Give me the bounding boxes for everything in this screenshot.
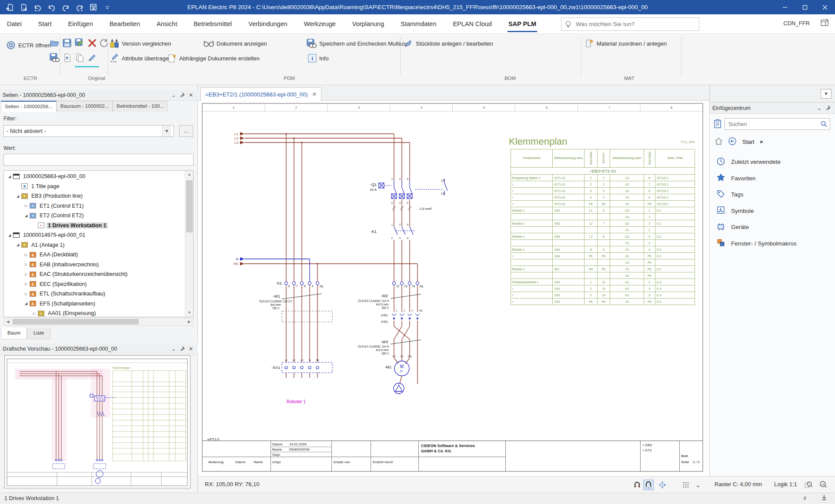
tab-close-icon[interactable]: ✕ bbox=[312, 91, 317, 97]
tree-item[interactable]: ▷&ETL (Schaltschrankaufbau) bbox=[4, 289, 185, 299]
delete-icon[interactable] bbox=[87, 37, 98, 49]
redo-step-icon[interactable] bbox=[75, 3, 84, 12]
save-checkin-multiuser-button[interactable]: Speichern und Einchecken Multiuser bbox=[306, 37, 411, 50]
window-list-dropdown-icon[interactable]: ▼ bbox=[821, 89, 832, 99]
save-as-icon[interactable] bbox=[74, 37, 85, 49]
menu-item[interactable]: Verbindungen bbox=[247, 16, 288, 32]
tree-item[interactable]: ▷&EEC (Spezifikation) bbox=[4, 279, 185, 289]
insert-center-item[interactable]: Fenster- / Symbolmakros bbox=[710, 235, 835, 252]
undo-icon[interactable] bbox=[47, 3, 57, 12]
menu-item[interactable]: Betriebsmittel bbox=[193, 16, 233, 32]
tree-item[interactable]: ◢=A1 (Anlage 1) bbox=[4, 240, 185, 250]
tree-vertical-scrollbar[interactable]: ▲ ▼ bbox=[185, 171, 193, 317]
menu-item[interactable]: Datei bbox=[6, 16, 23, 32]
minimize-button[interactable] bbox=[775, 0, 795, 14]
tree-item[interactable]: ◢+ET2 (Control ET2) bbox=[4, 211, 185, 221]
menu-item[interactable]: SAP PLM bbox=[508, 16, 537, 32]
zoom-window-icon[interactable] bbox=[803, 480, 814, 490]
insert-center-item[interactable]: Tags bbox=[710, 186, 835, 203]
insert-search-input[interactable] bbox=[728, 121, 821, 128]
download-arrow-icon[interactable] bbox=[821, 494, 827, 502]
home-icon[interactable] bbox=[715, 138, 722, 146]
tab-seiten[interactable]: Seiten - 100000256... bbox=[1, 101, 57, 112]
pin-icon[interactable] bbox=[824, 104, 832, 113]
hscroll-thumb[interactable] bbox=[13, 319, 139, 325]
maximize-button[interactable] bbox=[795, 0, 815, 14]
chevron-down-icon[interactable]: ▼ bbox=[162, 126, 171, 136]
tab-bauraum[interactable]: Bauraum - 1000002... bbox=[57, 101, 113, 112]
pin-icon[interactable] bbox=[178, 345, 187, 353]
snap-off-icon[interactable] bbox=[632, 480, 642, 490]
redo-icon[interactable] bbox=[61, 3, 70, 12]
menu-item[interactable]: Bearbeiten bbox=[109, 16, 141, 32]
tree-item[interactable]: ◢&EFS (Schaltplanseiten) bbox=[4, 299, 185, 309]
insert-center-item[interactable]: Geräte bbox=[710, 219, 835, 235]
show-document-button[interactable]: Dokument anzeigen bbox=[204, 37, 267, 50]
cancel-table-icon[interactable] bbox=[89, 3, 98, 12]
close-button[interactable] bbox=[815, 0, 835, 14]
grid-icon[interactable] bbox=[681, 480, 691, 490]
tree-item[interactable]: ◢10000014975-epl-000_01 bbox=[4, 230, 185, 240]
filter-dropdown[interactable]: - Nicht aktiviert - ▼ bbox=[3, 125, 174, 137]
tab-liste[interactable]: Liste bbox=[27, 328, 50, 339]
back-icon[interactable] bbox=[728, 137, 736, 146]
breadcrumb-start[interactable]: Start bbox=[742, 139, 754, 145]
menu-item[interactable]: Stammdaten bbox=[400, 16, 437, 32]
tree-item[interactable]: ✳1 Title page bbox=[4, 182, 185, 192]
scroll-down-icon[interactable]: ▼ bbox=[185, 309, 194, 317]
tree-item[interactable]: ▷+ET1 (Control ET1) bbox=[4, 201, 185, 211]
import-page-icon[interactable] bbox=[61, 52, 73, 63]
save-icon[interactable] bbox=[61, 37, 73, 49]
menu-item[interactable]: Einfügen bbox=[67, 16, 94, 32]
ectr-open-button[interactable]: ECTR öffnen bbox=[6, 39, 51, 51]
object-snap-icon[interactable] bbox=[657, 480, 668, 490]
help-search-input[interactable] bbox=[575, 20, 684, 28]
insert-center-item[interactable]: Favoriten bbox=[710, 170, 835, 187]
tree-item[interactable]: ▷&EAC (Strukturkennzeichenübersicht) bbox=[4, 269, 185, 279]
info-button[interactable]: i Info bbox=[308, 52, 329, 64]
window-layout-icon[interactable] bbox=[820, 19, 829, 29]
version-compare-button[interactable]: Version vergleichen bbox=[110, 37, 171, 50]
scroll-right-icon[interactable]: ▶ bbox=[185, 318, 193, 325]
tree-item[interactable]: ▪1 Drives Workstation 1 bbox=[4, 221, 185, 231]
save-search-icon[interactable] bbox=[49, 52, 60, 63]
close-icon[interactable]: ✕ bbox=[187, 345, 195, 353]
scroll-left-icon[interactable]: ◀ bbox=[4, 318, 12, 325]
panel-menu-icon[interactable]: ⌄ bbox=[169, 91, 178, 99]
copy-pages-icon[interactable] bbox=[74, 52, 85, 63]
tab-baum[interactable]: Baum bbox=[1, 328, 27, 339]
document-tab[interactable]: =EB3+ET2/1 (10000025663-epl-000_00)✕ bbox=[200, 87, 321, 101]
tree-item[interactable]: ◢10000025663-epl-000_00 bbox=[4, 172, 185, 182]
help-search-box[interactable] bbox=[561, 17, 699, 31]
insert-center-item[interactable]: Zuletzt verwendete bbox=[710, 154, 835, 170]
wert-input[interactable] bbox=[3, 154, 194, 166]
dependent-documents-button[interactable]: Abhängige Dokumente erstellen bbox=[167, 52, 260, 64]
open-page-icon[interactable] bbox=[19, 3, 29, 12]
scroll-thumb[interactable] bbox=[186, 180, 193, 232]
material-assign-button[interactable]: Material zuordnen / anlegen bbox=[584, 37, 667, 50]
attribute-transfer-button[interactable]: Attribute übertragen bbox=[110, 52, 172, 64]
grid-dropdown-icon[interactable]: ⌄ bbox=[693, 480, 703, 490]
zoom-100-icon[interactable]: 100 bbox=[818, 480, 828, 490]
search-icon[interactable] bbox=[821, 121, 827, 127]
filter-more-button[interactable]: ... bbox=[179, 125, 193, 137]
tree-item[interactable]: ◢=EB3 (Production line) bbox=[4, 191, 185, 201]
schematic-canvas[interactable]: 12 34 56 78 bbox=[198, 101, 709, 476]
tree-item[interactable]: ▷&EAA (Deckblatt) bbox=[4, 250, 185, 260]
close-icon[interactable]: ✕ bbox=[187, 91, 195, 99]
insert-search-box[interactable] bbox=[725, 118, 830, 130]
bom-create-button[interactable]: Stückliste anlegen / bearbeiten bbox=[404, 37, 493, 50]
menu-item[interactable]: Werkzeuge bbox=[303, 16, 337, 32]
menu-item[interactable]: Ansicht bbox=[156, 16, 178, 32]
panel-menu-icon[interactable]: ⌄ bbox=[169, 345, 178, 353]
new-page-icon[interactable] bbox=[5, 3, 15, 12]
tree-item[interactable]: ▷≡AA01 (Einspeisung) bbox=[4, 308, 185, 317]
menu-item[interactable]: Start bbox=[37, 16, 53, 32]
scroll-up-icon[interactable]: ▲ bbox=[185, 171, 194, 179]
tree-horizontal-scrollbar[interactable]: ◀ ▶ bbox=[3, 318, 194, 326]
panel-menu-icon[interactable]: ⌄ bbox=[815, 104, 824, 113]
insert-center-item[interactable]: Symbole bbox=[710, 203, 835, 219]
menu-item[interactable]: EPLAN Cloud bbox=[452, 16, 492, 32]
clipboard-icon[interactable] bbox=[713, 119, 722, 130]
menu-item[interactable]: Vorplanung bbox=[351, 16, 385, 32]
